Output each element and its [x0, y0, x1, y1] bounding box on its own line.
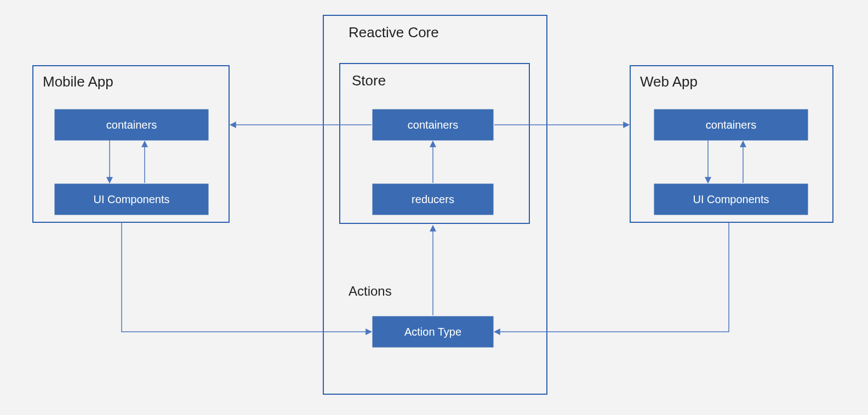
mobile-containers-label: containers: [106, 119, 157, 131]
web-app-title: Web App: [640, 73, 698, 90]
reactive-core-region: Reactive Core Store containers reducers …: [323, 15, 547, 394]
reactive-core-title: Reactive Core: [349, 24, 439, 41]
web-ui-label: UI Components: [693, 193, 769, 205]
web-app-region: Web App containers UI Components: [630, 66, 833, 222]
action-type-label: Action Type: [404, 326, 461, 338]
store-title: Store: [352, 72, 386, 89]
mobile-ui-label: UI Components: [94, 193, 170, 205]
mobile-to-action-arrow: [122, 222, 372, 332]
web-containers-label: containers: [706, 119, 756, 131]
store-reducers-label: reducers: [412, 193, 454, 205]
web-to-action-arrow: [494, 222, 729, 332]
store-containers-label: containers: [408, 119, 458, 131]
mobile-app-region: Mobile App containers UI Components: [33, 66, 229, 222]
mobile-app-title: Mobile App: [43, 73, 113, 90]
actions-title: Actions: [349, 284, 392, 298]
